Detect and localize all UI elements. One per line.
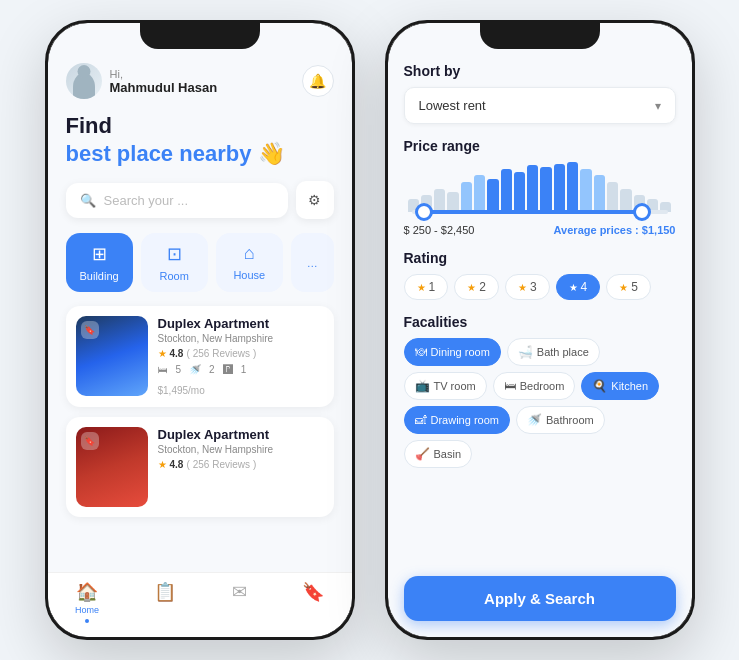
left-content: Hi, Mahmudul Hasan 🔔 Find best place nea… [48, 23, 352, 637]
avatar-person [73, 73, 95, 99]
fac-dining-room[interactable]: 🍽 Dining room [404, 338, 501, 366]
category-house[interactable]: ⌂ House [216, 233, 283, 292]
bottom-nav: 🏠 Home 📋 ✉ 🔖 [48, 572, 352, 637]
star-5: ★ [619, 282, 628, 293]
apply-search-button[interactable]: Apply & Search [404, 576, 676, 621]
property-rating-2: ★ 4.8 (256 Reviews) [158, 459, 324, 470]
property-card-2[interactable]: 🔖 Duplex Apartment Stockton, New Hampshi… [66, 417, 334, 517]
price-label: Price range [404, 138, 676, 154]
mail-icon: ✉ [232, 581, 247, 603]
bath-icon: 🛁 [518, 345, 533, 359]
chevron-down-icon: ▾ [655, 99, 661, 113]
category-room[interactable]: ⊡ Room [141, 233, 208, 292]
property-rating-1: ★ 4.8 (256 Reviews) [158, 348, 324, 359]
bed-icon: 🛏 [504, 379, 516, 393]
price-slider-right-thumb[interactable] [633, 203, 651, 221]
fac-drawing-room[interactable]: 🛋 Drawing room [404, 406, 510, 434]
property-info-1: Duplex Apartment Stockton, New Hampshire… [158, 316, 324, 397]
nav-list[interactable]: 📋 [154, 581, 176, 623]
price-period-1: /mo [188, 385, 205, 396]
facilities-section: Facalities 🍽 Dining room 🛁 Bath place 📺 … [404, 314, 676, 468]
dining-icon: 🍽 [415, 345, 427, 359]
rating-value-2: 4.8 [170, 459, 184, 470]
tv-icon: 📺 [415, 379, 430, 393]
kitchen-icon: 🍳 [592, 379, 607, 393]
rating-section: Rating ★ 1 ★ 2 ★ 3 ★ 4 ★ 5 [404, 250, 676, 300]
category-building[interactable]: ⊞ Building [66, 233, 133, 292]
property-info-2: Duplex Apartment Stockton, New Hampshire… [158, 427, 324, 507]
price-slider-left-thumb[interactable] [415, 203, 433, 221]
facility-tags: 🍽 Dining room 🛁 Bath place 📺 TV room 🛏 B… [404, 338, 676, 468]
histogram-bar-11 [554, 164, 565, 212]
phone-notch-right [480, 23, 600, 49]
rating-5[interactable]: ★ 5 [606, 274, 651, 300]
home-icon: 🏠 [76, 581, 98, 603]
building-label: Building [79, 270, 118, 282]
facilities-label: Facalities [404, 314, 676, 330]
search-magnifier-icon: 🔍 [80, 193, 96, 208]
price-section: Price range $ 250 - $2,450 Average price… [404, 138, 676, 236]
search-box[interactable]: 🔍 Search your ... [66, 183, 288, 218]
fac-tv-room[interactable]: 📺 TV room [404, 372, 487, 400]
nav-mail[interactable]: ✉ [232, 581, 247, 623]
hi-text: Hi, [110, 68, 218, 80]
find-sub-plain: best place [66, 141, 180, 166]
star-1: ★ [417, 282, 426, 293]
left-screen: Hi, Mahmudul Hasan 🔔 Find best place nea… [48, 23, 352, 637]
fac-bath-place[interactable]: 🛁 Bath place [507, 338, 600, 366]
user-name: Mahmudul Hasan [110, 80, 218, 95]
bath-icon-1: 🚿 [189, 364, 201, 375]
bed-icon-1: 🛏 [158, 364, 168, 375]
property-location-1: Stockton, New Hampshire [158, 333, 324, 344]
category-more[interactable]: … [291, 233, 334, 292]
histogram-bar-8 [514, 172, 525, 212]
fac-bathroom[interactable]: 🚿 Bathroom [516, 406, 605, 434]
star-4: ★ [569, 282, 578, 293]
rating-2[interactable]: ★ 2 [454, 274, 499, 300]
drawing-icon: 🛋 [415, 413, 427, 427]
notification-bell-icon[interactable]: 🔔 [302, 65, 334, 97]
rating-4[interactable]: ★ 4 [556, 274, 601, 300]
fac-bedroom[interactable]: 🛏 Bedroom [493, 372, 576, 400]
nav-home[interactable]: 🏠 Home [75, 581, 99, 623]
sort-value: Lowest rent [419, 98, 486, 113]
fac-kitchen[interactable]: 🍳 Kitchen [581, 372, 659, 400]
category-row: ⊞ Building ⊡ Room ⌂ House … [66, 233, 334, 292]
bathroom-icon: 🚿 [527, 413, 542, 427]
star-2: ★ [467, 282, 476, 293]
search-input[interactable]: Search your ... [104, 193, 189, 208]
find-heading: Find [66, 113, 334, 139]
histogram-bar-12 [567, 162, 578, 212]
histogram-bar-4 [461, 182, 472, 212]
property-name-1: Duplex Apartment [158, 316, 324, 331]
park-icon-1: 🅿 [223, 364, 233, 375]
bookmark-icon-2[interactable]: 🔖 [81, 432, 99, 450]
property-bg-blue: 🔖 [76, 316, 148, 396]
house-icon: ⌂ [244, 243, 255, 264]
header-row: Hi, Mahmudul Hasan 🔔 [66, 59, 334, 99]
star-icon-2: ★ [158, 459, 167, 470]
sort-dropdown[interactable]: Lowest rent ▾ [404, 87, 676, 124]
histogram-bar-13 [580, 169, 591, 212]
rating-3[interactable]: ★ 3 [505, 274, 550, 300]
rating-pills: ★ 1 ★ 2 ★ 3 ★ 4 ★ 5 [404, 274, 676, 300]
find-subheading: best place nearby 👋 [66, 141, 334, 167]
find-emoji: 👋 [258, 141, 285, 166]
nav-save[interactable]: 🔖 [302, 581, 324, 623]
property-card-1[interactable]: 🔖 Duplex Apartment Stockton, New Hampshi… [66, 306, 334, 407]
histogram-bar-16 [620, 189, 631, 212]
property-price-1: $1,495/mo [158, 380, 324, 397]
rating-1[interactable]: ★ 1 [404, 274, 449, 300]
filter-button[interactable]: ⚙ [296, 181, 334, 219]
fac-basin[interactable]: 🪠 Basin [404, 440, 473, 468]
list-icon: 📋 [154, 581, 176, 603]
property-image-1: 🔖 [76, 316, 148, 396]
star-3: ★ [518, 282, 527, 293]
bookmark-icon-1[interactable]: 🔖 [81, 321, 99, 339]
building-icon: ⊞ [92, 243, 107, 265]
histogram-bar-10 [540, 167, 551, 212]
basin-icon: 🪠 [415, 447, 430, 461]
avatar [66, 63, 102, 99]
histogram-bar-5 [474, 175, 485, 212]
room-label: Room [159, 270, 188, 282]
